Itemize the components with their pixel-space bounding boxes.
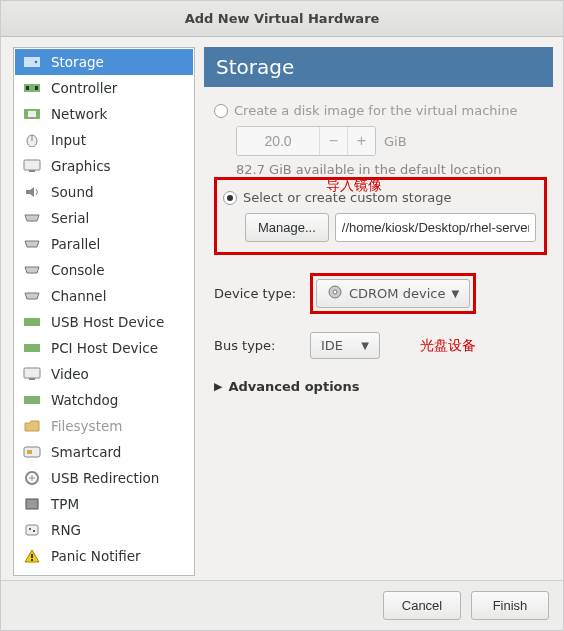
sidebar-item-parallel[interactable]: Parallel xyxy=(15,231,193,257)
network-icon xyxy=(23,107,41,121)
filesystem-icon xyxy=(23,419,41,433)
manage-button[interactable]: Manage... xyxy=(245,213,329,242)
serial-icon xyxy=(23,211,41,225)
svg-rect-25 xyxy=(31,559,33,561)
sidebar-item-console[interactable]: Console xyxy=(15,257,193,283)
watchdog-icon xyxy=(23,393,41,407)
graphics-icon xyxy=(23,159,41,173)
svg-point-22 xyxy=(29,528,31,530)
radio-checked-icon xyxy=(223,191,237,205)
sidebar-item-label: Channel xyxy=(51,288,106,304)
sidebar-item-sound[interactable]: Sound xyxy=(15,179,193,205)
sidebar-item-label: Input xyxy=(51,132,86,148)
svg-rect-20 xyxy=(26,499,38,509)
controller-icon xyxy=(23,81,41,95)
svg-rect-16 xyxy=(24,396,40,404)
sidebar-item-label: USB Host Device xyxy=(51,314,164,330)
window-title: Add New Virtual Hardware xyxy=(185,11,380,26)
tpm-icon xyxy=(23,497,41,511)
spin-minus: − xyxy=(319,127,347,155)
smartcard-icon xyxy=(23,445,41,459)
bus-type-row: Bus type: IDE ▼ 光盘设备 xyxy=(214,332,547,359)
annotation-cdrom: 光盘设备 xyxy=(420,337,476,355)
device-type-combo[interactable]: CDROM device ▼ xyxy=(316,279,470,308)
annotation-import: 导入镜像 xyxy=(326,177,382,195)
radio-create-label: Create a disk image for the virtual mach… xyxy=(234,103,517,118)
content-pane: Storage Create a disk image for the virt… xyxy=(198,37,563,580)
rng-icon xyxy=(23,523,41,537)
svg-rect-5 xyxy=(35,86,38,90)
sidebar-item-usb-host[interactable]: USB Host Device xyxy=(15,309,193,335)
sidebar-item-pci-host[interactable]: PCI Host Device xyxy=(15,335,193,361)
sidebar-item-graphics[interactable]: Graphics xyxy=(15,153,193,179)
sidebar-item-serial[interactable]: Serial xyxy=(15,205,193,231)
sidebar-item-usb-redir[interactable]: USB Redirection xyxy=(15,465,193,491)
sidebar-item-panic[interactable]: Panic Notifier xyxy=(15,543,193,569)
sidebar-item-network[interactable]: Network xyxy=(15,101,193,127)
sidebar-item-label: Watchdog xyxy=(51,392,118,408)
sidebar-item-watchdog[interactable]: Watchdog xyxy=(15,387,193,413)
svg-rect-18 xyxy=(27,450,32,454)
sidebar-item-label: Storage xyxy=(51,54,104,70)
storage-path-input[interactable] xyxy=(335,213,536,242)
svg-rect-14 xyxy=(24,368,40,378)
device-type-label: Device type: xyxy=(214,286,300,301)
radio-unchecked-icon xyxy=(214,104,228,118)
svg-rect-13 xyxy=(24,344,40,352)
sidebar-item-label: Panic Notifier xyxy=(51,548,141,564)
sidebar-item-input[interactable]: Input xyxy=(15,127,193,153)
disk-size-row: − + GiB xyxy=(236,126,547,156)
hardware-sidebar: Storage Controller Network Input Graphic… xyxy=(13,47,195,576)
sidebar-item-storage[interactable]: Storage xyxy=(15,49,193,75)
spin-plus: + xyxy=(347,127,375,155)
video-icon xyxy=(23,367,41,381)
sidebar-item-label: Smartcard xyxy=(51,444,121,460)
svg-rect-10 xyxy=(24,160,40,170)
dialog-footer: Cancel Finish xyxy=(1,580,563,630)
sidebar-item-filesystem: Filesystem xyxy=(15,413,193,439)
cancel-button[interactable]: Cancel xyxy=(383,591,461,620)
sidebar-item-smartcard[interactable]: Smartcard xyxy=(15,439,193,465)
pci-icon xyxy=(23,341,41,355)
chevron-down-icon: ▼ xyxy=(361,340,369,351)
svg-point-2 xyxy=(35,61,38,64)
svg-rect-21 xyxy=(26,525,38,535)
sidebar-item-channel[interactable]: Channel xyxy=(15,283,193,309)
sidebar-item-tpm[interactable]: TPM xyxy=(15,491,193,517)
advanced-expander[interactable]: ▶ Advanced options xyxy=(214,379,547,394)
svg-rect-1 xyxy=(24,57,40,67)
usb-icon xyxy=(23,315,41,329)
storage-form: Create a disk image for the virtual mach… xyxy=(204,87,553,394)
sidebar-item-label: Sound xyxy=(51,184,94,200)
sidebar-item-label: Serial xyxy=(51,210,89,226)
panic-icon xyxy=(23,549,41,563)
disk-size-spinner: − + xyxy=(236,126,376,156)
device-type-value: CDROM device xyxy=(349,286,445,301)
custom-storage-row: Manage... xyxy=(245,213,536,242)
finish-button[interactable]: Finish xyxy=(471,591,549,620)
bus-type-combo[interactable]: IDE ▼ xyxy=(310,332,380,359)
console-icon xyxy=(23,263,41,277)
sidebar-item-label: Network xyxy=(51,106,107,122)
storage-icon xyxy=(23,55,41,69)
radio-create-disk[interactable]: Create a disk image for the virtual mach… xyxy=(214,103,547,118)
advanced-label: Advanced options xyxy=(228,379,359,394)
available-space: 82.7 GiB available in the default locati… xyxy=(236,162,547,177)
channel-icon xyxy=(23,289,41,303)
sidebar-item-label: Parallel xyxy=(51,236,100,252)
sidebar-item-controller[interactable]: Controller xyxy=(15,75,193,101)
sidebar-item-label: Console xyxy=(51,262,105,278)
svg-point-27 xyxy=(333,290,337,294)
chevron-down-icon: ▼ xyxy=(451,288,459,299)
sidebar-item-label: Controller xyxy=(51,80,117,96)
cdrom-icon xyxy=(327,285,343,302)
sidebar-item-label: PCI Host Device xyxy=(51,340,158,356)
highlight-box-device-type: CDROM device ▼ xyxy=(310,273,476,314)
sidebar-item-label: Graphics xyxy=(51,158,111,174)
sidebar-item-rng[interactable]: RNG xyxy=(15,517,193,543)
sidebar-item-label: RNG xyxy=(51,522,81,538)
bus-type-label: Bus type: xyxy=(214,338,300,353)
sound-icon xyxy=(23,185,41,199)
sidebar-item-video[interactable]: Video xyxy=(15,361,193,387)
svg-rect-15 xyxy=(29,378,35,380)
